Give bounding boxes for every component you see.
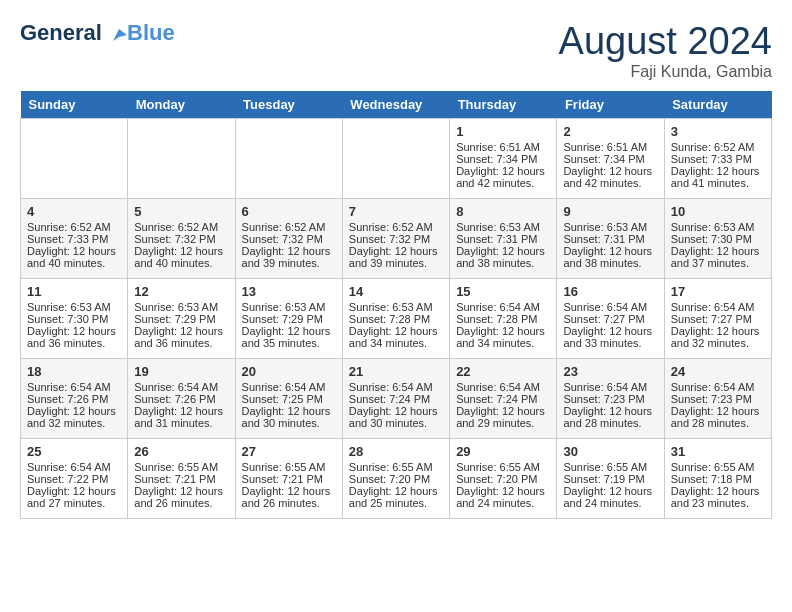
calendar-cell: 9Sunrise: 6:53 AMSunset: 7:31 PMDaylight… (557, 199, 664, 279)
day-number: 22 (456, 364, 550, 379)
calendar-cell: 10Sunrise: 6:53 AMSunset: 7:30 PMDayligh… (664, 199, 771, 279)
sunrise-text: Sunrise: 6:52 AM (134, 221, 218, 233)
calendar-cell: 23Sunrise: 6:54 AMSunset: 7:23 PMDayligh… (557, 359, 664, 439)
sunset-text: Sunset: 7:20 PM (349, 473, 430, 485)
day-number: 15 (456, 284, 550, 299)
sunrise-text: Sunrise: 6:55 AM (456, 461, 540, 473)
weekday-header-sunday: Sunday (21, 91, 128, 119)
calendar-cell: 15Sunrise: 6:54 AMSunset: 7:28 PMDayligh… (450, 279, 557, 359)
sunrise-text: Sunrise: 6:54 AM (134, 381, 218, 393)
day-number: 6 (242, 204, 336, 219)
day-number: 17 (671, 284, 765, 299)
day-number: 23 (563, 364, 657, 379)
daylight-text: Daylight: 12 hours and 39 minutes. (349, 245, 438, 269)
day-number: 5 (134, 204, 228, 219)
sunset-text: Sunset: 7:32 PM (349, 233, 430, 245)
logo-general: General (20, 20, 102, 45)
sunrise-text: Sunrise: 6:52 AM (27, 221, 111, 233)
calendar-cell: 24Sunrise: 6:54 AMSunset: 7:23 PMDayligh… (664, 359, 771, 439)
day-number: 27 (242, 444, 336, 459)
sunset-text: Sunset: 7:34 PM (456, 153, 537, 165)
sunset-text: Sunset: 7:32 PM (134, 233, 215, 245)
sunset-text: Sunset: 7:23 PM (671, 393, 752, 405)
svg-marker-0 (113, 29, 127, 41)
sunset-text: Sunset: 7:23 PM (563, 393, 644, 405)
sunrise-text: Sunrise: 6:55 AM (242, 461, 326, 473)
sunrise-text: Sunrise: 6:54 AM (349, 381, 433, 393)
sunset-text: Sunset: 7:30 PM (671, 233, 752, 245)
weekday-header-friday: Friday (557, 91, 664, 119)
day-number: 25 (27, 444, 121, 459)
day-number: 16 (563, 284, 657, 299)
sunrise-text: Sunrise: 6:55 AM (349, 461, 433, 473)
day-number: 13 (242, 284, 336, 299)
daylight-text: Daylight: 12 hours and 33 minutes. (563, 325, 652, 349)
page-header: General Blue August 2024 Faji Kunda, Gam… (20, 20, 772, 81)
sunrise-text: Sunrise: 6:51 AM (456, 141, 540, 153)
calendar-cell: 27Sunrise: 6:55 AMSunset: 7:21 PMDayligh… (235, 439, 342, 519)
sunrise-text: Sunrise: 6:54 AM (563, 301, 647, 313)
sunset-text: Sunset: 7:20 PM (456, 473, 537, 485)
weekday-header-row: SundayMondayTuesdayWednesdayThursdayFrid… (21, 91, 772, 119)
sunset-text: Sunset: 7:31 PM (456, 233, 537, 245)
daylight-text: Daylight: 12 hours and 24 minutes. (456, 485, 545, 509)
daylight-text: Daylight: 12 hours and 38 minutes. (456, 245, 545, 269)
sunrise-text: Sunrise: 6:53 AM (27, 301, 111, 313)
calendar-table: SundayMondayTuesdayWednesdayThursdayFrid… (20, 91, 772, 519)
calendar-cell: 21Sunrise: 6:54 AMSunset: 7:24 PMDayligh… (342, 359, 449, 439)
day-number: 14 (349, 284, 443, 299)
calendar-cell: 2Sunrise: 6:51 AMSunset: 7:34 PMDaylight… (557, 119, 664, 199)
sunset-text: Sunset: 7:29 PM (242, 313, 323, 325)
sunrise-text: Sunrise: 6:54 AM (242, 381, 326, 393)
day-number: 2 (563, 124, 657, 139)
daylight-text: Daylight: 12 hours and 42 minutes. (563, 165, 652, 189)
daylight-text: Daylight: 12 hours and 30 minutes. (349, 405, 438, 429)
calendar-week-row: 11Sunrise: 6:53 AMSunset: 7:30 PMDayligh… (21, 279, 772, 359)
calendar-cell: 31Sunrise: 6:55 AMSunset: 7:18 PMDayligh… (664, 439, 771, 519)
sunrise-text: Sunrise: 6:54 AM (456, 301, 540, 313)
calendar-cell: 26Sunrise: 6:55 AMSunset: 7:21 PMDayligh… (128, 439, 235, 519)
calendar-cell (235, 119, 342, 199)
day-number: 10 (671, 204, 765, 219)
daylight-text: Daylight: 12 hours and 42 minutes. (456, 165, 545, 189)
weekday-header-saturday: Saturday (664, 91, 771, 119)
logo-blue: Blue (127, 20, 175, 46)
calendar-cell: 6Sunrise: 6:52 AMSunset: 7:32 PMDaylight… (235, 199, 342, 279)
daylight-text: Daylight: 12 hours and 35 minutes. (242, 325, 331, 349)
sunset-text: Sunset: 7:21 PM (242, 473, 323, 485)
calendar-cell: 12Sunrise: 6:53 AMSunset: 7:29 PMDayligh… (128, 279, 235, 359)
sunrise-text: Sunrise: 6:53 AM (456, 221, 540, 233)
day-number: 20 (242, 364, 336, 379)
calendar-cell: 11Sunrise: 6:53 AMSunset: 7:30 PMDayligh… (21, 279, 128, 359)
calendar-cell (342, 119, 449, 199)
daylight-text: Daylight: 12 hours and 39 minutes. (242, 245, 331, 269)
sunrise-text: Sunrise: 6:54 AM (563, 381, 647, 393)
sunrise-text: Sunrise: 6:53 AM (242, 301, 326, 313)
daylight-text: Daylight: 12 hours and 25 minutes. (349, 485, 438, 509)
sunset-text: Sunset: 7:28 PM (349, 313, 430, 325)
sunrise-text: Sunrise: 6:52 AM (242, 221, 326, 233)
day-number: 9 (563, 204, 657, 219)
daylight-text: Daylight: 12 hours and 34 minutes. (349, 325, 438, 349)
calendar-cell: 5Sunrise: 6:52 AMSunset: 7:32 PMDaylight… (128, 199, 235, 279)
sunset-text: Sunset: 7:19 PM (563, 473, 644, 485)
sunset-text: Sunset: 7:26 PM (134, 393, 215, 405)
sunset-text: Sunset: 7:22 PM (27, 473, 108, 485)
daylight-text: Daylight: 12 hours and 40 minutes. (134, 245, 223, 269)
sunset-text: Sunset: 7:27 PM (563, 313, 644, 325)
sunrise-text: Sunrise: 6:53 AM (134, 301, 218, 313)
sunset-text: Sunset: 7:33 PM (671, 153, 752, 165)
sunset-text: Sunset: 7:28 PM (456, 313, 537, 325)
calendar-cell: 13Sunrise: 6:53 AMSunset: 7:29 PMDayligh… (235, 279, 342, 359)
calendar-cell: 17Sunrise: 6:54 AMSunset: 7:27 PMDayligh… (664, 279, 771, 359)
weekday-header-monday: Monday (128, 91, 235, 119)
daylight-text: Daylight: 12 hours and 27 minutes. (27, 485, 116, 509)
month-year-title: August 2024 (559, 20, 772, 63)
day-number: 18 (27, 364, 121, 379)
sunset-text: Sunset: 7:33 PM (27, 233, 108, 245)
weekday-header-wednesday: Wednesday (342, 91, 449, 119)
day-number: 21 (349, 364, 443, 379)
sunset-text: Sunset: 7:21 PM (134, 473, 215, 485)
calendar-cell: 7Sunrise: 6:52 AMSunset: 7:32 PMDaylight… (342, 199, 449, 279)
sunrise-text: Sunrise: 6:55 AM (563, 461, 647, 473)
